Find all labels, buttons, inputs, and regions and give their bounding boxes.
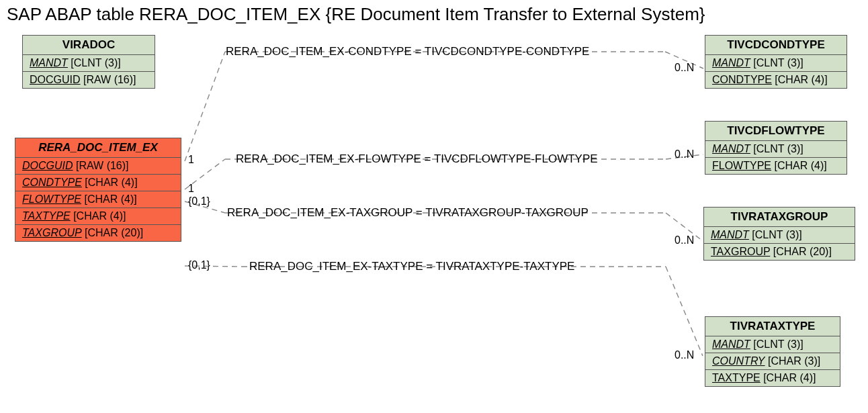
entity-field: TAXTYPE [CHAR (4)] [15,208,181,225]
entity-header: TIVCDFLOWTYPE [705,122,847,141]
entity-header: TIVRATAXGROUP [704,208,855,227]
entity-tivrataxtype: TIVRATAXTYPE MANDT [CLNT (3)] COUNTRY [C… [705,316,840,387]
entity-field: CONDTYPE [CHAR (4)] [15,175,181,191]
cardinality-left: 1 [188,154,194,166]
relation-label-condtype: RERA_DOC_ITEM_EX-CONDTYPE = TIVCDCONDTYP… [226,45,589,58]
cardinality-right: 0..N [675,349,694,361]
svg-line-11 [666,267,703,356]
cardinality-right: 0..N [675,62,694,74]
relation-label-flowtype: RERA_DOC_ITEM_EX-FLOWTYPE = TIVCDFLOWTYP… [236,152,598,166]
cardinality-left: 1 [188,183,194,195]
entity-field: FLOWTYPE [CHAR (4)] [15,191,181,208]
entity-field: DOCGUID [RAW (16)] [15,158,181,175]
entity-field: TAXTYPE [CHAR (4)] [705,370,840,386]
entity-tivcdflowtype: TIVCDFLOWTYPE MANDT [CLNT (3)] FLOWTYPE … [705,121,847,175]
entity-field: DOCGUID [RAW (16)] [23,72,155,88]
entity-field: FLOWTYPE [CHAR (4)] [705,158,847,174]
entity-field: MANDT [CLNT (3)] [704,227,855,244]
entity-tivcdcondtype: TIVCDCONDTYPE MANDT [CLNT (3)] CONDTYPE … [705,35,847,89]
entity-field: CONDTYPE [CHAR (4)] [705,72,847,88]
cardinality-left: {0,1} [188,195,210,208]
entity-viradoc: VIRADOC MANDT [CLNT (3)] DOCGUID [RAW (1… [22,35,155,89]
entity-tivrataxgroup: TIVRATAXGROUP MANDT [CLNT (3)] TAXGROUP … [703,207,855,261]
svg-line-0 [185,52,225,161]
entity-field: MANDT [CLNT (3)] [705,141,847,158]
entity-field: MANDT [CLNT (3)] [705,55,847,72]
diagram-title: SAP ABAP table RERA_DOC_ITEM_EX {RE Docu… [7,4,705,25]
relation-label-taxtype: RERA_DOC_ITEM_EX-TAXTYPE = TIVRATAXTYPE-… [249,260,574,273]
cardinality-right: 0..N [675,148,694,160]
entity-header: VIRADOC [23,36,155,55]
entity-field: MANDT [CLNT (3)] [705,336,840,353]
entity-header: TIVRATAXTYPE [705,317,840,336]
entity-header: RERA_DOC_ITEM_EX [15,138,181,158]
entity-field: TAXGROUP [CHAR (20)] [15,225,181,241]
relation-label-taxgroup: RERA_DOC_ITEM_EX-TAXGROUP = TIVRATAXGROU… [227,206,589,220]
entity-field: COUNTRY [CHAR (3)] [705,353,840,370]
cardinality-left: {0,1} [188,259,210,271]
entity-field: MANDT [CLNT (3)] [23,55,155,72]
entity-field: TAXGROUP [CHAR (20)] [704,244,855,260]
entity-rera-doc-item-ex: RERA_DOC_ITEM_EX DOCGUID [RAW (16)] COND… [15,138,181,242]
entity-header: TIVCDCONDTYPE [705,36,847,55]
cardinality-right: 0..N [675,234,694,246]
